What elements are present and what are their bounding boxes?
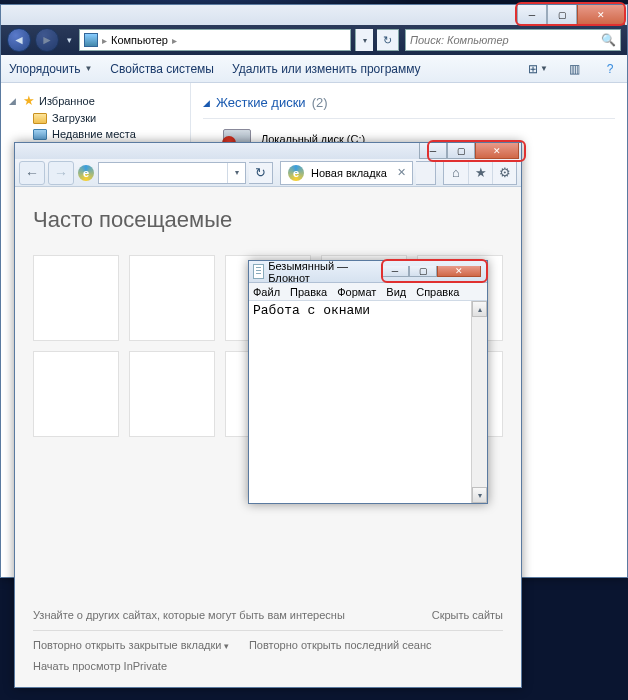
menu-file[interactable]: Файл — [253, 286, 280, 298]
collapse-icon: ◢ — [203, 98, 210, 108]
organize-menu[interactable]: Упорядочить▼ — [9, 62, 92, 76]
reopen-last-session-link[interactable]: Повторно открыть последний сеанс — [249, 635, 432, 656]
menu-help[interactable]: Справка — [416, 286, 459, 298]
ie-address-bar[interactable]: ▾ — [98, 162, 246, 184]
section-title: Жесткие диски — [216, 95, 306, 110]
forward-button[interactable]: ► — [35, 28, 59, 52]
maximize-button[interactable]: ▢ — [447, 143, 475, 159]
address-bar[interactable]: ▸ Компьютер ▸ — [79, 29, 351, 51]
hard-disks-section[interactable]: ◢ Жесткие диски (2) — [203, 91, 615, 118]
discover-sites-link[interactable]: Узнайте о других сайтах, которые могут б… — [33, 605, 345, 626]
site-tile[interactable] — [129, 255, 215, 341]
site-tile[interactable] — [33, 255, 119, 341]
minimize-button[interactable]: ─ — [517, 5, 547, 25]
explorer-titlebar[interactable]: ─ ▢ ✕ — [1, 5, 627, 25]
text-area[interactable]: Работа с окнами — [249, 301, 471, 503]
menu-view[interactable]: Вид — [386, 286, 406, 298]
properties-label: Свойства системы — [110, 62, 214, 76]
breadcrumb-separator-icon: ▸ — [172, 35, 177, 46]
window-title: Безымянный — Блокнот — [268, 260, 373, 284]
scrollbar[interactable]: ▴ ▾ — [471, 301, 487, 503]
maximize-button[interactable]: ▢ — [409, 266, 437, 277]
ie-nav-bar: ← → ▾ ↻ Новая вкладка ✕ ⌂ ★ ⚙ — [15, 159, 521, 187]
ie-logo-icon — [77, 164, 95, 182]
uninstall-label: Удалить или изменить программу — [232, 62, 421, 76]
scroll-up-icon[interactable]: ▴ — [472, 301, 487, 317]
notepad-menubar: Файл Правка Формат Вид Справка — [249, 283, 487, 301]
inprivate-link[interactable]: Начать просмотр InPrivate — [33, 660, 167, 672]
ie-logo-icon — [287, 164, 305, 182]
tab-close-icon[interactable]: ✕ — [397, 166, 406, 179]
browser-tab[interactable]: Новая вкладка ✕ — [280, 161, 413, 185]
close-button[interactable]: ✕ — [577, 5, 625, 25]
sidebar-item-recent[interactable]: Недавние места — [5, 126, 186, 142]
explorer-nav: ◄ ► ▾ ▸ Компьютер ▸ ▾ ↻ 🔍 — [1, 25, 627, 55]
sidebar-item-downloads[interactable]: Загрузки — [5, 110, 186, 126]
search-box[interactable]: 🔍 — [405, 29, 621, 51]
back-button[interactable]: ◄ — [7, 28, 31, 52]
folder-icon — [33, 129, 47, 140]
hide-sites-link[interactable]: Скрыть сайты — [432, 605, 503, 626]
uninstall-program-button[interactable]: Удалить или изменить программу — [232, 62, 421, 76]
notepad-window: Безымянный — Блокнот ─ ▢ ✕ Файл Правка Ф… — [248, 260, 488, 504]
scroll-down-icon[interactable]: ▾ — [472, 487, 487, 503]
maximize-button[interactable]: ▢ — [547, 5, 577, 25]
ie-titlebar[interactable]: ─ ▢ ✕ — [15, 143, 521, 159]
favorites-button[interactable]: ★ — [468, 162, 492, 184]
site-tile[interactable] — [129, 351, 215, 437]
breadcrumb-separator-icon: ▸ — [102, 35, 107, 46]
menu-format[interactable]: Формат — [337, 286, 376, 298]
back-button[interactable]: ← — [19, 161, 45, 185]
forward-button[interactable]: → — [48, 161, 74, 185]
address-dropdown[interactable]: ▾ — [227, 163, 245, 183]
tab-label: Новая вкладка — [311, 167, 387, 179]
minimize-button[interactable]: ─ — [419, 143, 447, 159]
tools-button[interactable]: ⚙ — [492, 162, 516, 184]
computer-icon — [84, 33, 98, 47]
refresh-button[interactable]: ↻ — [377, 29, 399, 51]
refresh-button[interactable]: ↻ — [249, 162, 273, 184]
close-button[interactable]: ✕ — [475, 143, 519, 159]
preview-pane-button[interactable]: ▥ — [565, 60, 583, 78]
address-dropdown[interactable]: ▾ — [355, 29, 373, 51]
ie-footer: Узнайте о других сайтах, которые могут б… — [33, 605, 503, 677]
site-tile[interactable] — [33, 351, 119, 437]
page-title: Часто посещаемые — [33, 207, 503, 233]
reopen-closed-tabs-link[interactable]: Повторно открыть закрытые вкладки — [33, 635, 229, 656]
notepad-titlebar[interactable]: Безымянный — Блокнот ─ ▢ ✕ — [249, 261, 487, 283]
minimize-button[interactable]: ─ — [381, 266, 409, 277]
close-button[interactable]: ✕ — [437, 266, 481, 277]
home-button[interactable]: ⌂ — [444, 162, 468, 184]
system-properties-button[interactable]: Свойства системы — [110, 62, 214, 76]
notepad-icon — [253, 264, 264, 279]
favorites-label: Избранное — [39, 95, 95, 107]
search-input[interactable] — [410, 34, 601, 46]
sidebar-favorites[interactable]: ◢ ★ Избранное — [5, 91, 186, 110]
section-count: (2) — [312, 95, 328, 110]
search-icon: 🔍 — [601, 33, 616, 47]
downloads-label: Загрузки — [52, 112, 96, 124]
folder-icon — [33, 113, 47, 124]
notepad-body: Работа с окнами ▴ ▾ — [249, 301, 487, 503]
explorer-toolbar: Упорядочить▼ Свойства системы Удалить ил… — [1, 55, 627, 83]
breadcrumb-item[interactable]: Компьютер — [111, 34, 168, 46]
new-tab-button[interactable] — [416, 161, 436, 185]
organize-label: Упорядочить — [9, 62, 80, 76]
recent-label: Недавние места — [52, 128, 136, 140]
collapse-icon: ◢ — [9, 96, 19, 106]
history-dropdown[interactable]: ▾ — [63, 31, 75, 49]
help-button[interactable]: ? — [601, 60, 619, 78]
star-icon: ★ — [23, 93, 35, 108]
menu-edit[interactable]: Правка — [290, 286, 327, 298]
view-options-button[interactable]: ⊞▼ — [529, 60, 547, 78]
